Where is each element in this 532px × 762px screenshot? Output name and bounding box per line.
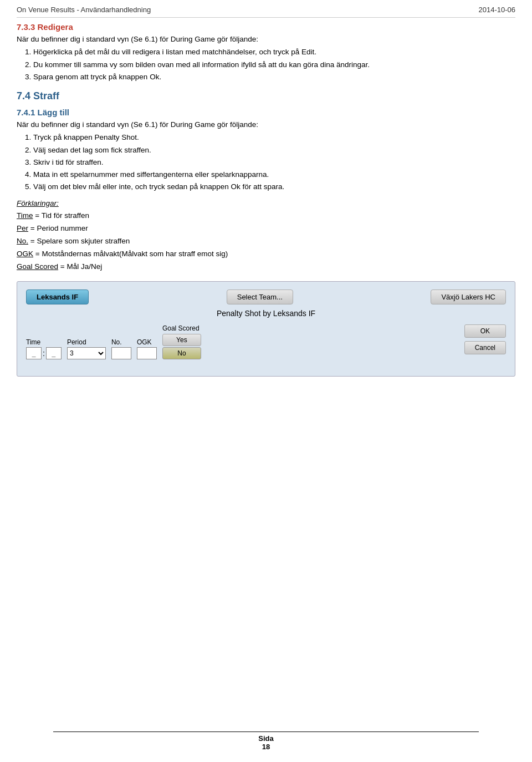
forklaringar-per: Per = Period nummer [17, 222, 515, 235]
document-title: On Venue Results - Användarhandledning [17, 6, 151, 14]
section-733: 7.3.3 Redigera När du befinner dig i sta… [17, 22, 515, 83]
dialog-title: Penalty Shot by Leksands IF [26, 309, 506, 318]
dialog-body: Time : Period 3 1 2 OT [26, 324, 506, 359]
no-label: No. [111, 338, 122, 346]
no-input[interactable] [111, 347, 131, 359]
forklaringar-goal-scored: Goal Scored = Mål Ja/Nej [17, 261, 515, 273]
section-733-intro: När du befinner dig i standard vyn (Se 6… [17, 34, 515, 45]
period-field-group: Period 3 1 2 OT [67, 338, 106, 359]
time-separator: : [43, 349, 45, 358]
step-1: Högerklicka på det mål du vill redigera … [33, 47, 515, 58]
page-header: On Venue Results - Användarhandledning 2… [17, 6, 515, 14]
forklaringar-ogk: OGK = Motståndernas målvakt(Målvakt som … [17, 248, 515, 261]
dialog-top-bar: Leksands IF Select Team... Växjö Lakers … [26, 289, 506, 304]
forklaringar-no: No. = Spelare som skjuter straffen [17, 235, 515, 248]
forklaringar: Förklaringar: Time = Tid för straffen Pe… [17, 197, 515, 274]
time-field-group: Time : [26, 338, 62, 359]
section-741-steps: Tryck på knappen Penalty Shot. Välj seda… [17, 132, 515, 192]
time-hours-input[interactable] [26, 347, 42, 359]
step-741-1: Tryck på knappen Penalty Shot. [33, 132, 515, 143]
section-741-heading: 7.4.1 Lägg till [17, 108, 515, 117]
dialog-actions: OK Cancel [464, 324, 506, 354]
page-footer: Sida 18 [0, 731, 532, 751]
section-741: 7.4.1 Lägg till När du befinner dig i st… [17, 108, 515, 273]
ogk-field-group: OGK [137, 338, 157, 359]
ogk-label: OGK [137, 338, 152, 346]
forklaringar-time: Time = Tid för straffen [17, 210, 515, 222]
section-733-heading: 7.3.3 Redigera [17, 22, 515, 32]
step-741-2: Välj sedan det lag som fick straffen. [33, 145, 515, 156]
team-left-button[interactable]: Leksands IF [26, 289, 89, 304]
footer-line [53, 731, 479, 732]
no-field-group: No. [111, 338, 131, 359]
select-team-button[interactable]: Select Team... [227, 289, 293, 304]
footer-page-number: 18 [262, 743, 270, 751]
cancel-button[interactable]: Cancel [464, 341, 506, 354]
period-select[interactable]: 3 1 2 OT [67, 347, 106, 359]
section-733-steps: Högerklicka på det mål du vill redigera … [17, 47, 515, 83]
time-label: Time [26, 338, 40, 346]
step-2: Du kommer till samma vy som bilden ovan … [33, 59, 515, 70]
time-minutes-input[interactable] [46, 347, 62, 359]
document-date: 2014-10-06 [479, 6, 516, 14]
goal-scored-label: Goal Scored [162, 324, 200, 332]
forklaringar-heading: Förklaringar: [17, 197, 515, 210]
ok-button[interactable]: OK [464, 324, 506, 338]
ogk-input[interactable] [137, 347, 157, 359]
team-right-button[interactable]: Växjö Lakers HC [431, 289, 506, 304]
no-button[interactable]: No [162, 347, 201, 359]
penalty-shot-dialog: Leksands IF Select Team... Växjö Lakers … [17, 281, 515, 377]
goal-scored-group: Goal Scored Yes No [162, 324, 201, 359]
step-3: Spara genom att tryck på knappen Ok. [33, 72, 515, 83]
step-741-5: Välj om det blev mål eller inte, och try… [33, 181, 515, 192]
period-label: Period [67, 338, 86, 346]
footer-text: Sida 18 [258, 734, 273, 751]
yes-button[interactable]: Yes [162, 334, 201, 346]
step-741-3: Skriv i tid för straffen. [33, 157, 515, 168]
footer-label: Sida [258, 734, 273, 743]
form-fields: Time : Period 3 1 2 OT [26, 324, 201, 359]
section-741-intro: När du befinner dig i standard vyn (Se 6… [17, 119, 515, 130]
time-input-group: : [26, 347, 62, 359]
step-741-4: Mata in ett spelarnummer med siffertange… [33, 169, 515, 180]
section-74-heading: 7.4 Straff [17, 90, 515, 102]
